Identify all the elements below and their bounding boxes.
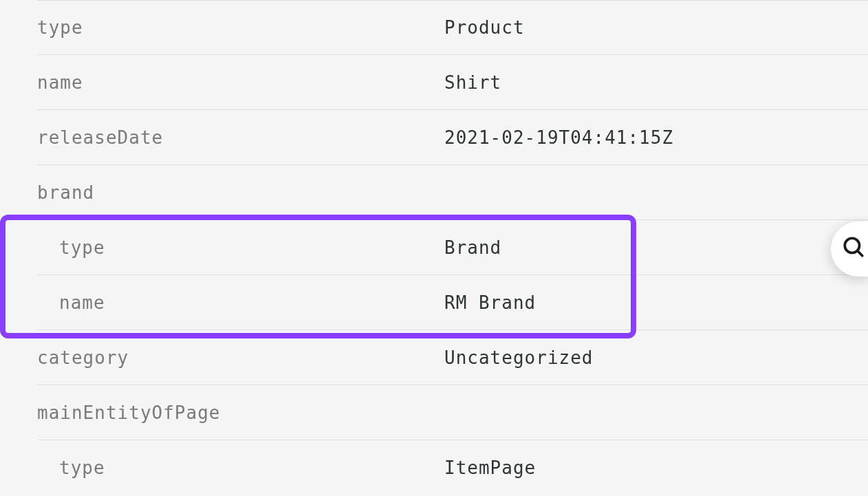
property-key: category [37, 347, 444, 368]
table-row: releaseDate 2021-02-19T04:41:15Z [37, 110, 868, 165]
property-value: Brand [444, 237, 868, 258]
table-row-nested: type Brand [37, 220, 868, 275]
property-value: Uncategorized [444, 347, 868, 368]
property-key: name [59, 292, 444, 313]
svg-line-1 [858, 251, 862, 256]
table-row-nested: name RM Brand [37, 275, 868, 330]
property-value: 2021-02-19T04:41:15Z [444, 127, 868, 148]
property-value: RM Brand [444, 292, 868, 313]
table-row: name Shirt [37, 55, 868, 110]
property-key: type [59, 237, 444, 258]
property-key: type [59, 457, 444, 478]
property-value: Shirt [444, 72, 868, 93]
property-key: name [37, 72, 444, 93]
table-row: category Uncategorized [37, 330, 868, 385]
schema-properties-table: type Product name Shirt releaseDate 2021… [0, 0, 868, 495]
property-key: type [37, 17, 444, 38]
property-value: Product [444, 17, 868, 38]
table-row: brand [37, 165, 868, 220]
table-row: type Product [37, 0, 868, 55]
search-icon [834, 235, 865, 263]
property-key: brand [37, 182, 444, 203]
property-key: releaseDate [37, 127, 444, 148]
table-row-nested: type ItemPage [37, 440, 868, 495]
property-value: ItemPage [444, 457, 868, 478]
table-row: mainEntityOfPage [37, 385, 868, 440]
property-key: mainEntityOfPage [37, 402, 444, 423]
